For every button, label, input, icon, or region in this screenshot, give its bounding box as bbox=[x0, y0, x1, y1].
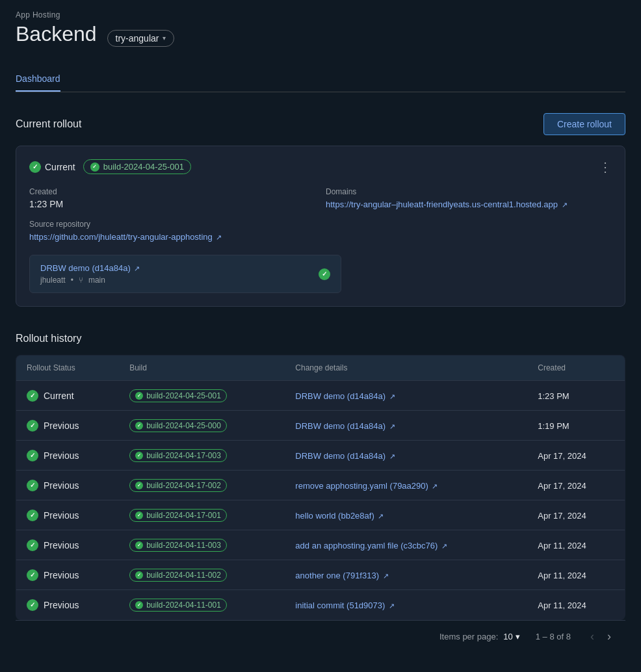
row-change-cell: hello world (bb2e8af) ↗ bbox=[285, 500, 527, 530]
commit-branch: main bbox=[88, 276, 105, 285]
row-created-cell: Apr 17, 2024 bbox=[527, 471, 625, 500]
branch-selector-label: try-angular bbox=[116, 33, 159, 44]
table-row: Previous build-2024-04-17-003 DRBW demo … bbox=[16, 441, 625, 471]
external-link-icon: ↗ bbox=[389, 393, 395, 400]
row-build-cell: build-2024-04-11-001 bbox=[119, 590, 285, 620]
app-hosting-label: App Hosting bbox=[16, 10, 625, 19]
row-created-cell: Apr 11, 2024 bbox=[527, 560, 625, 590]
table-body: Current build-2024-04-25-001 DRBW demo (… bbox=[16, 381, 625, 620]
next-page-button[interactable]: › bbox=[603, 628, 615, 645]
per-page-select[interactable]: 10 ▾ bbox=[503, 632, 519, 641]
row-status: Previous bbox=[27, 599, 109, 611]
card-info-grid: Created 1:23 PM Domains https://try-angu… bbox=[29, 187, 612, 242]
external-link-icon: ↗ bbox=[562, 201, 568, 209]
current-status-label: Current bbox=[45, 162, 75, 172]
row-change-cell: DRBW demo (d14a84a) ↗ bbox=[285, 381, 527, 411]
external-link-icon: ↗ bbox=[378, 512, 384, 520]
col-created: Created bbox=[527, 355, 625, 381]
row-created-cell: Apr 11, 2024 bbox=[527, 590, 625, 620]
row-change-cell: DRBW demo (d14a84a) ↗ bbox=[285, 411, 527, 441]
history-table: Rollout Status Build Change details Crea… bbox=[16, 355, 625, 620]
source-repo-link[interactable]: https://github.com/jhuleatt/try-angular-… bbox=[29, 232, 222, 242]
change-link[interactable]: add an apphosting.yaml file (c3cbc76) ↗ bbox=[295, 541, 447, 550]
prev-page-button[interactable]: ‹ bbox=[586, 628, 598, 645]
commit-card: DRBW demo (d14a84a) ↗ jhuleatt • ⑂ main bbox=[29, 255, 341, 293]
row-change-cell: initial commit (51d9073) ↗ bbox=[285, 590, 527, 620]
create-rollout-button[interactable]: Create rollout bbox=[543, 113, 625, 135]
change-link[interactable]: DRBW demo (d14a84a) ↗ bbox=[295, 451, 395, 461]
row-build-cell: build-2024-04-17-002 bbox=[119, 471, 285, 500]
change-link[interactable]: remove apphosting.yaml (79aa290) ↗ bbox=[295, 481, 438, 491]
change-link[interactable]: another one (791f313) ↗ bbox=[295, 571, 388, 580]
row-created-cell: 1:19 PM bbox=[527, 411, 625, 441]
row-status-icon bbox=[27, 599, 38, 611]
commit-link[interactable]: DRBW demo (d14a84a) ↗ bbox=[40, 263, 140, 273]
change-link[interactable]: DRBW demo (d14a84a) ↗ bbox=[295, 391, 395, 401]
created-info: Created 1:23 PM bbox=[29, 187, 315, 209]
row-status: Previous bbox=[27, 480, 109, 491]
col-change-details: Change details bbox=[285, 355, 527, 381]
row-status-cell: Previous bbox=[16, 590, 120, 620]
status-badges: Current build-2024-04-25-001 bbox=[29, 159, 191, 174]
change-link[interactable]: DRBW demo (d14a84a) ↗ bbox=[295, 421, 395, 431]
external-link-icon: ↗ bbox=[441, 542, 447, 550]
change-link[interactable]: hello world (bb2e8af) ↗ bbox=[295, 511, 384, 521]
row-created-cell: Apr 17, 2024 bbox=[527, 441, 625, 471]
external-link-icon: ↗ bbox=[432, 482, 438, 490]
build-badge: build-2024-04-25-001 bbox=[83, 159, 191, 174]
page-container: App Hosting Backend try-angular ▾ Dashbo… bbox=[0, 0, 641, 663]
build-status-icon bbox=[135, 452, 143, 459]
source-repo-info: Source repository https://github.com/jhu… bbox=[29, 220, 315, 242]
table-build-badge: build-2024-04-17-001 bbox=[129, 509, 227, 522]
table-row: Previous build-2024-04-17-001 hello worl… bbox=[16, 500, 625, 530]
tab-dashboard[interactable]: Dashboard bbox=[16, 67, 60, 92]
items-per-page: Items per page: 10 ▾ bbox=[439, 632, 520, 641]
row-status-cell: Previous bbox=[16, 441, 120, 471]
build-status-icon bbox=[135, 601, 143, 609]
branch-selector[interactable]: try-angular ▾ bbox=[107, 30, 175, 47]
row-build-cell: build-2024-04-25-000 bbox=[119, 411, 285, 441]
table-row: Previous build-2024-04-11-003 add an app… bbox=[16, 530, 625, 560]
current-status-icon bbox=[29, 161, 41, 173]
row-status: Current bbox=[27, 390, 109, 402]
row-status: Previous bbox=[27, 569, 109, 581]
current-rollout-section-header: Current rollout Create rollout bbox=[16, 113, 625, 135]
domains-info: Domains https://try-angular–jhuleatt-fri… bbox=[326, 187, 612, 209]
page-range: 1 – 8 of 8 bbox=[536, 632, 571, 641]
table-row: Current build-2024-04-25-001 DRBW demo (… bbox=[16, 381, 625, 411]
domains-label: Domains bbox=[326, 187, 612, 196]
row-status: Previous bbox=[27, 510, 109, 521]
rollout-history-title: Rollout history bbox=[16, 333, 625, 344]
tabs-container: Dashboard bbox=[16, 67, 625, 92]
row-status: Previous bbox=[27, 539, 109, 551]
created-label: Created bbox=[29, 187, 315, 196]
row-status-cell: Previous bbox=[16, 411, 120, 441]
row-build-cell: build-2024-04-11-002 bbox=[119, 560, 285, 590]
build-status-icon bbox=[135, 571, 143, 579]
row-status-icon bbox=[27, 420, 38, 432]
row-status-icon bbox=[27, 510, 38, 521]
table-build-badge: build-2024-04-17-002 bbox=[129, 479, 227, 492]
table-build-badge: build-2024-04-11-001 bbox=[129, 599, 227, 612]
row-status-icon bbox=[27, 539, 38, 551]
build-status-icon bbox=[135, 511, 143, 519]
row-change-cell: remove apphosting.yaml (79aa290) ↗ bbox=[285, 471, 527, 500]
rollout-history-section: Rollout history Rollout Status Build Cha… bbox=[16, 333, 625, 653]
domain-link[interactable]: https://try-angular–jhuleatt-friendlyeat… bbox=[326, 200, 568, 209]
created-value: 1:23 PM bbox=[29, 199, 315, 209]
col-rollout-status: Rollout Status bbox=[16, 355, 120, 381]
external-link-icon: ↗ bbox=[383, 572, 389, 580]
table-row: Previous build-2024-04-25-000 DRBW demo … bbox=[16, 411, 625, 441]
row-status-cell: Current bbox=[16, 381, 120, 411]
build-status-icon bbox=[90, 162, 99, 172]
row-build-cell: build-2024-04-17-003 bbox=[119, 441, 285, 471]
change-link[interactable]: initial commit (51d9073) ↗ bbox=[295, 601, 395, 610]
more-options-button[interactable]: ⋮ bbox=[599, 161, 612, 174]
items-per-page-label: Items per page: bbox=[439, 632, 498, 641]
backend-header: Backend try-angular ▾ bbox=[16, 22, 625, 54]
col-build: Build bbox=[119, 355, 285, 381]
table-row: Previous build-2024-04-11-002 another on… bbox=[16, 560, 625, 590]
current-rollout-title: Current rollout bbox=[16, 118, 81, 130]
row-created-cell: 1:23 PM bbox=[527, 381, 625, 411]
source-repo-label: Source repository bbox=[29, 220, 315, 229]
